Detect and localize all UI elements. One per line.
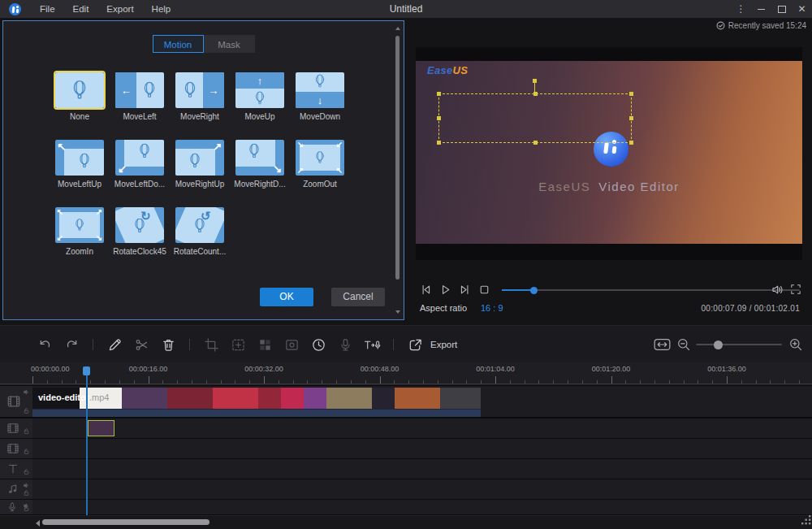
crop-button[interactable] [202,336,220,353]
motion-item-moveleftdo[interactable]: ↙ [115,140,164,176]
export-button[interactable] [406,336,424,353]
filmstrip-frame [372,388,395,409]
music-track-header[interactable] [0,479,32,499]
track-lock-icon[interactable] [23,427,30,435]
selection-rotate-handle[interactable] [533,79,537,83]
stop-button[interactable] [477,283,491,297]
timeline-scrollbar-thumb[interactable] [42,519,209,525]
motion-item-moveleft[interactable]: ← [115,72,164,108]
previous-frame-button[interactable] [419,283,433,297]
selection-handle[interactable] [629,116,633,120]
selection-handle[interactable] [437,141,441,145]
motion-item-moverightd[interactable]: ↘ [235,140,284,176]
motion-item-moverightup[interactable]: ↗ [175,140,224,176]
text-track-header[interactable] [0,459,32,479]
track-lock-icon[interactable] [23,468,30,475]
selection-handle[interactable] [437,116,441,120]
voiceover-track-lane[interactable] [32,500,812,514]
video-track-lane[interactable]: video-editor.mp4 [32,386,812,417]
fullscreen-button[interactable] [789,283,802,296]
video-clip[interactable]: video-editor.mp4 [32,388,481,416]
track-lock-icon[interactable] [23,489,30,496]
seek-thumb[interactable] [530,287,538,294]
cancel-button[interactable]: Cancel [331,288,385,306]
motion-item-none[interactable] [55,72,104,108]
motion-item-zoomin[interactable]: ↖↗↙↘ [55,207,104,243]
maximize-button[interactable] [771,0,792,18]
overlay-track-1-lane[interactable] [32,418,812,438]
text-track-lane[interactable] [32,459,812,479]
voiceover-track-header[interactable] [0,500,32,514]
menu-export[interactable]: Export [97,0,142,18]
video-track-header[interactable] [0,386,32,417]
overlay-track-1-header[interactable] [0,418,32,438]
motion-item-zoomout[interactable]: ↘↙↗↖ [296,140,344,176]
track-lock-icon[interactable] [23,505,30,512]
volume-button[interactable] [771,283,784,297]
selection-box[interactable] [438,93,632,143]
selection-handle[interactable] [533,141,538,145]
motion-item-movedown[interactable]: ↓ [296,72,344,108]
selection-handle[interactable] [437,92,441,96]
menu-file[interactable]: File [31,0,64,18]
play-button[interactable] [438,283,452,297]
menu-help[interactable]: Help [143,0,180,18]
export-label[interactable]: Export [430,340,457,349]
overlay-track-2-header[interactable] [0,439,32,458]
panel-scrollbar[interactable] [395,24,401,316]
timeline-zoom-thumb[interactable] [714,340,723,349]
timeline-zoom-slider[interactable] [696,344,782,345]
motion-item-rotateclock45[interactable]: ↻ [115,207,164,243]
delete-button[interactable] [159,336,177,353]
timeline-toolbar: Export [0,325,812,362]
menu-edit[interactable]: Edit [64,0,98,18]
undo-button[interactable] [36,336,54,353]
track-mute-icon[interactable] [23,388,30,396]
freeze-frame-button[interactable] [283,336,300,353]
split-button[interactable] [132,336,150,353]
mosaic-button[interactable] [256,336,274,353]
scrollbar-thumb[interactable] [395,36,400,280]
preview-video[interactable]: EaseUS EaseUSVideo Editor [416,61,802,244]
scroll-up-arrow-icon[interactable] [395,27,400,30]
playhead-handle[interactable] [83,366,90,375]
timeline-zoom-out-button[interactable] [676,337,691,352]
resize-grip-icon[interactable] [801,514,811,528]
tab-motion[interactable]: Motion [153,35,204,53]
overlay-clip-selected[interactable] [88,420,114,436]
close-button[interactable]: ✕ [792,0,812,18]
ok-button[interactable]: OK [260,288,313,306]
selection-handle[interactable] [629,92,633,96]
timeline-zoom-in-button[interactable] [788,337,803,352]
music-track-lane[interactable] [32,479,812,499]
playhead-line[interactable] [86,367,88,515]
edit-button[interactable] [106,336,123,353]
tab-mask[interactable]: Mask [204,35,255,53]
scroll-left-arrow-icon[interactable] [36,520,40,527]
scroll-down-arrow-icon[interactable] [395,310,400,314]
track-lock-icon[interactable] [23,407,30,414]
easeus-video-editor-window: FileEditExportHelp Untitled ⋮ ✕ Recently… [0,0,812,529]
seek-slider[interactable] [502,289,800,291]
fit-timeline-button[interactable] [654,338,671,351]
motion-item-moveleftup[interactable]: ↖ [55,140,104,176]
aspect-ratio-value[interactable]: 16 : 9 [481,303,503,313]
text-to-speech-button[interactable] [363,336,381,353]
selection-handle[interactable] [533,92,538,96]
voiceover-button[interactable] [336,336,354,353]
motion-cell: ↘↙↗↖ZoomOut [296,140,344,189]
track-mute-icon[interactable] [23,482,30,489]
track-lock-icon[interactable] [23,448,30,455]
timeline-ruler[interactable]: 00:00:00.0000:00:16.0000:00:32.0000:00:4… [0,362,812,385]
zoom-frame-button[interactable] [229,336,247,353]
duration-button[interactable] [309,336,327,353]
selection-handle[interactable] [629,141,633,145]
next-frame-button[interactable] [458,283,472,297]
minimize-button[interactable] [751,0,771,18]
motion-item-rotatecount[interactable]: ↺ [175,207,224,243]
overlay-track-2-lane[interactable] [32,439,812,458]
motion-item-moveright[interactable]: → [175,72,224,108]
more-menu-button[interactable]: ⋮ [731,0,751,18]
redo-button[interactable] [63,336,80,353]
motion-item-moveup[interactable]: ↑ [235,72,284,108]
